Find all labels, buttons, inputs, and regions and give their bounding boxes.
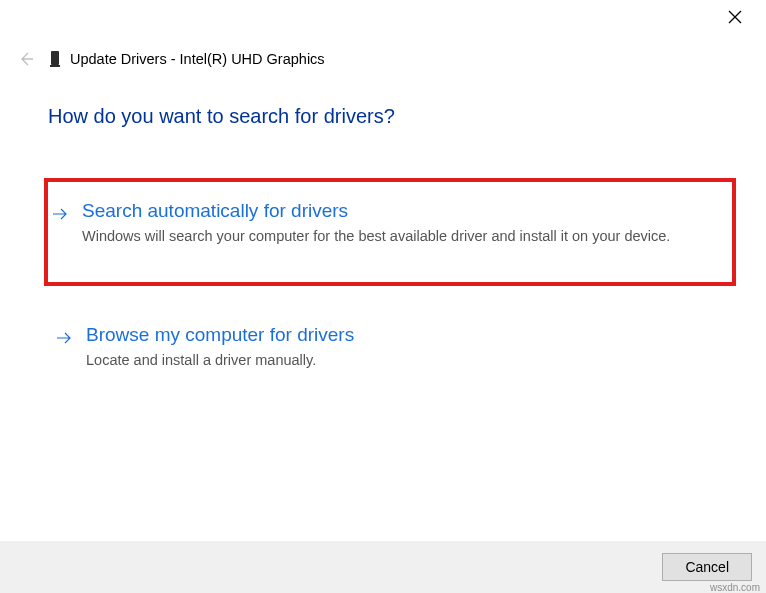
option-browse-computer[interactable]: Browse my computer for drivers Locate an… — [48, 310, 736, 384]
close-button[interactable] — [728, 10, 748, 30]
option-title: Search automatically for drivers — [82, 200, 720, 222]
window-title: Update Drivers - Intel(R) UHD Graphics — [48, 50, 325, 68]
window-title-text: Update Drivers - Intel(R) UHD Graphics — [70, 51, 325, 67]
arrow-right-icon — [56, 330, 72, 350]
arrow-right-icon — [52, 206, 68, 226]
option-search-automatically[interactable]: Search automatically for drivers Windows… — [44, 178, 736, 286]
svg-rect-2 — [51, 51, 59, 65]
option-description: Locate and install a driver manually. — [86, 350, 720, 370]
close-icon — [728, 10, 742, 24]
main-content: How do you want to search for drivers? S… — [48, 105, 736, 395]
svg-rect-3 — [50, 65, 60, 67]
header: Update Drivers - Intel(R) UHD Graphics — [18, 50, 325, 68]
option-title: Browse my computer for drivers — [86, 324, 720, 346]
arrow-left-icon — [18, 51, 34, 67]
option-description: Windows will search your computer for th… — [82, 226, 720, 246]
option-body: Browse my computer for drivers Locate an… — [86, 324, 720, 370]
option-body: Search automatically for drivers Windows… — [82, 200, 720, 246]
device-icon — [48, 50, 62, 68]
watermark: wsxdn.com — [710, 582, 760, 593]
back-button[interactable] — [18, 51, 34, 67]
cancel-button[interactable]: Cancel — [662, 553, 752, 581]
footer: Cancel — [0, 541, 766, 593]
page-heading: How do you want to search for drivers? — [48, 105, 736, 128]
